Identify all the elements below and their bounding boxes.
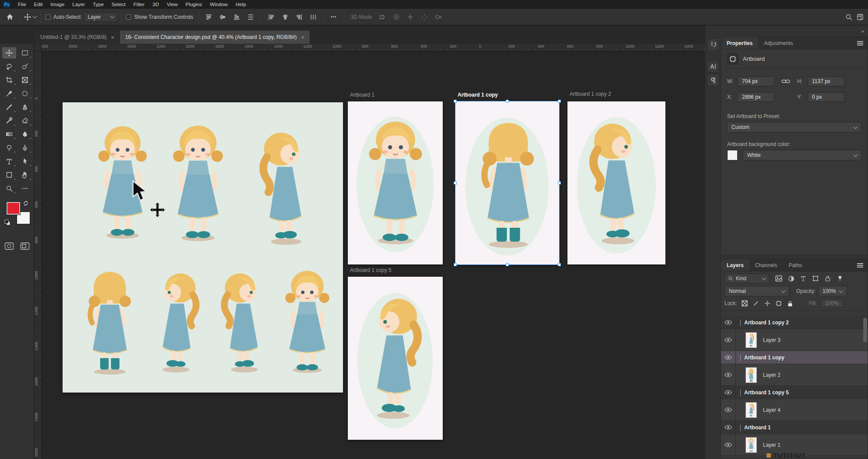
type-tool[interactable] [2, 156, 16, 167]
close-tab-icon[interactable]: × [301, 34, 304, 41]
lock-image-pixels-icon[interactable] [752, 299, 760, 307]
lasso-tool[interactable] [2, 61, 16, 72]
layer-thumbnail[interactable] [746, 437, 757, 453]
zoom-tool[interactable] [2, 183, 16, 194]
history-panel-icon[interactable] [707, 38, 719, 51]
panel-menu-icon[interactable] [857, 265, 863, 266]
canvas-area[interactable]: 3000280026002400220020001800160014001200… [34, 44, 705, 459]
align-horizontal-centers-icon[interactable] [279, 11, 291, 23]
artboard-label[interactable]: Artboard 1 copy 2 [570, 91, 611, 97]
menu-help[interactable]: Help [232, 0, 250, 9]
brush-tool[interactable] [2, 101, 16, 113]
selection-handle[interactable] [454, 100, 457, 103]
tab-paths[interactable]: Paths [783, 259, 808, 271]
default-colors-icon[interactable] [4, 219, 10, 226]
menu-image[interactable]: Image [46, 0, 68, 9]
layer-group-row[interactable]: Artboard 1 copy [721, 351, 868, 364]
clone-stamp-tool[interactable] [18, 101, 32, 113]
filter-smart-objects-icon[interactable] [822, 274, 833, 283]
edit-toolbar-button[interactable] [18, 183, 32, 194]
selection-handle[interactable] [558, 263, 561, 266]
link-dimensions-icon[interactable] [781, 78, 790, 84]
chevron-down-icon[interactable] [740, 355, 741, 361]
workspace-switcher-icon[interactable] [857, 14, 864, 21]
artboard-preset-dropdown[interactable]: Custom [727, 122, 861, 132]
menu-file[interactable]: File [14, 0, 30, 9]
auto-select-target-dropdown[interactable]: Layer [84, 12, 118, 22]
visibility-eye-icon[interactable] [721, 364, 736, 386]
align-vertical-centers-icon[interactable] [217, 11, 229, 23]
marquee-tool[interactable] [18, 47, 32, 59]
artboard-label[interactable]: Artboard 1 copy 5 [350, 267, 392, 273]
align-right-edges-icon[interactable] [293, 11, 305, 23]
layer-row[interactable]: Layer 2 [721, 364, 868, 386]
more-align-options-button[interactable]: ••• [328, 11, 340, 23]
foreground-color-swatch[interactable] [7, 202, 20, 215]
paragraph-panel-icon[interactable] [707, 74, 719, 87]
opacity-dropdown[interactable]: 100% [818, 286, 847, 296]
filter-type-layers-icon[interactable] [798, 274, 808, 283]
move-tool-option-button[interactable] [24, 11, 36, 23]
blend-mode-dropdown[interactable]: Normal [724, 286, 789, 296]
tab-channels[interactable]: Channels [749, 259, 783, 271]
gradient-tool[interactable] [2, 129, 16, 140]
artboard-bg-color-dropdown[interactable]: White [743, 150, 861, 160]
selection-handle[interactable] [506, 263, 509, 266]
menu-filter[interactable]: Filter [130, 0, 149, 9]
pen-tool[interactable] [18, 142, 32, 153]
selection-handle[interactable] [558, 100, 561, 103]
menu-type[interactable]: Type [89, 0, 108, 9]
close-tab-icon[interactable]: × [111, 34, 115, 41]
artboard-bg-color-swatch[interactable] [727, 150, 738, 160]
y-position-field[interactable]: 0 px [808, 92, 844, 102]
lock-transparent-pixels-icon[interactable] [741, 299, 749, 307]
menu-edit[interactable]: Edit [30, 0, 47, 9]
lock-all-icon[interactable] [786, 299, 794, 307]
lock-position-icon[interactable] [763, 299, 771, 307]
visibility-eye-icon[interactable] [721, 316, 736, 329]
dodge-tool[interactable] [2, 142, 16, 153]
artboard-label[interactable]: Artboard 1 [350, 92, 374, 98]
align-bottom-edges-icon[interactable] [231, 11, 243, 23]
lock-artboard-nesting-icon[interactable] [775, 299, 783, 307]
align-top-edges-icon[interactable] [203, 11, 215, 23]
filter-toggle-icon[interactable] [835, 274, 845, 283]
menu-view[interactable]: View [163, 0, 182, 9]
layer-group-row[interactable]: Artboard 1 copy 5 [721, 386, 868, 399]
visibility-eye-icon[interactable] [721, 399, 736, 421]
width-field[interactable]: 704 px [738, 76, 774, 86]
layer-row[interactable]: Layer 3 [721, 329, 868, 351]
layer-thumbnail[interactable] [746, 332, 757, 348]
frame-tool[interactable] [18, 74, 32, 86]
selection-handle[interactable] [454, 181, 457, 184]
chevron-down-icon[interactable] [740, 424, 741, 431]
layers-scrollbar[interactable] [863, 318, 867, 342]
artboard-label[interactable]: Artboard 1 copy [458, 92, 498, 98]
visibility-eye-icon[interactable] [721, 421, 736, 434]
layer-group-row[interactable]: Artboard 1 copy 2 [721, 316, 868, 329]
show-transform-controls-checkbox[interactable] [126, 14, 131, 20]
artboard-1[interactable] [348, 101, 443, 264]
panel-menu-icon[interactable] [857, 43, 863, 44]
artboard-1-copy-2[interactable] [567, 101, 665, 264]
layer-thumbnail[interactable] [746, 367, 757, 383]
rectangle-tool[interactable] [2, 169, 16, 181]
selection-handle[interactable] [558, 181, 561, 184]
tab-layers[interactable]: Layers [721, 259, 749, 271]
healing-brush-tool[interactable] [18, 88, 32, 99]
menu-window[interactable]: Window [206, 0, 232, 9]
move-tool[interactable] [2, 47, 16, 59]
layer-filter-kind-dropdown[interactable]: Kind [724, 274, 769, 283]
layer-row[interactable]: Layer 4 [721, 399, 868, 421]
selection-handle[interactable] [454, 263, 457, 266]
path-selection-tool[interactable] [18, 156, 32, 167]
auto-select-checkbox[interactable] [46, 14, 51, 20]
chevron-down-icon[interactable] [740, 389, 741, 396]
collapse-panels-icon[interactable]: » [861, 28, 864, 34]
align-left-edges-icon[interactable] [265, 11, 277, 23]
distribute-horizontal-icon[interactable] [307, 11, 319, 23]
artboard-1-copy[interactable] [455, 101, 559, 264]
quick-mask-button[interactable] [4, 242, 14, 250]
menu-plugins[interactable]: Plugins [182, 0, 206, 9]
menu-select[interactable]: Select [108, 0, 130, 9]
